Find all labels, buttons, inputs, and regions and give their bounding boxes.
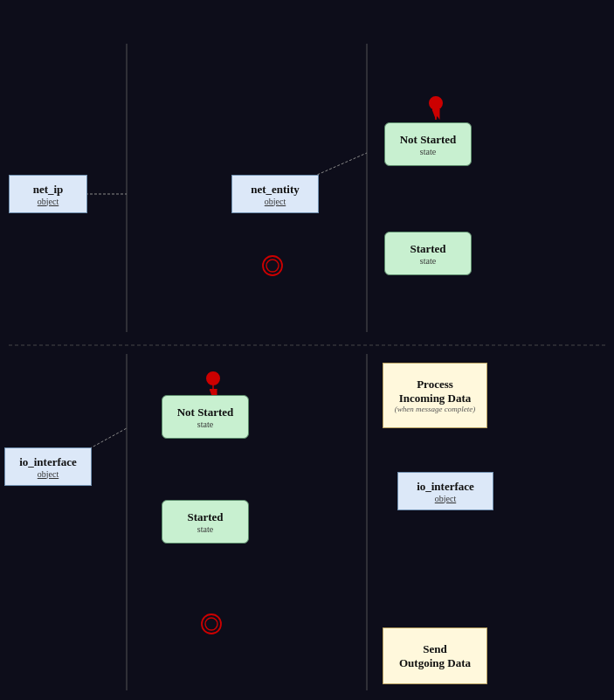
io-interface-left-label: io_interface <box>19 455 77 469</box>
io-interface-left-object: io_interface object <box>4 447 92 486</box>
deep-history-circle-mid <box>199 612 224 636</box>
net-entity-sublabel: object <box>265 197 286 206</box>
svg-point-16 <box>205 618 217 630</box>
init-circle-top <box>429 96 443 110</box>
send-outgoing-title: SendOutgoing Data <box>399 642 471 669</box>
not-started-top-label: Not Started <box>400 133 457 147</box>
net-entity-object: net_entity object <box>231 175 319 213</box>
process-incoming-sublabel: (when message complete) <box>395 405 475 413</box>
send-outgoing-data: SendOutgoing Data <box>383 627 487 684</box>
svg-point-13 <box>263 256 282 275</box>
started-top-sublabel: state <box>420 256 436 266</box>
not-started-top-sublabel: state <box>420 147 436 156</box>
process-incoming-title: ProcessIncoming Data <box>395 378 475 405</box>
connectors-svg <box>0 0 614 700</box>
process-incoming-data: ProcessIncoming Data (when message compl… <box>383 363 487 428</box>
io-interface-right-sublabel: object <box>435 494 456 503</box>
init-circle-mid <box>206 371 220 385</box>
net-ip-label: net_ip <box>33 183 64 197</box>
not-started-state-top: Not Started state <box>384 122 472 166</box>
io-interface-right-label: io_interface <box>417 480 474 494</box>
not-started-mid-label: Not Started <box>177 405 234 419</box>
not-started-mid-sublabel: state <box>197 419 213 429</box>
io-interface-right-object: io_interface object <box>397 472 493 510</box>
started-state-top: Started state <box>384 232 472 275</box>
net-ip-object: net_ip object <box>9 175 87 213</box>
deep-history-circle-top <box>260 253 285 278</box>
started-state-mid: Started state <box>162 500 249 544</box>
started-mid-sublabel: state <box>197 524 213 534</box>
net-entity-label: net_entity <box>251 183 300 197</box>
started-mid-label: Started <box>187 510 223 524</box>
io-interface-left-sublabel: object <box>38 469 59 479</box>
not-started-state-mid: Not Started state <box>162 395 249 439</box>
diagram-canvas: net_ip object net_entity object Not Star… <box>0 0 614 700</box>
svg-point-14 <box>266 260 279 272</box>
started-top-label: Started <box>410 242 445 256</box>
net-ip-sublabel: object <box>38 197 59 206</box>
